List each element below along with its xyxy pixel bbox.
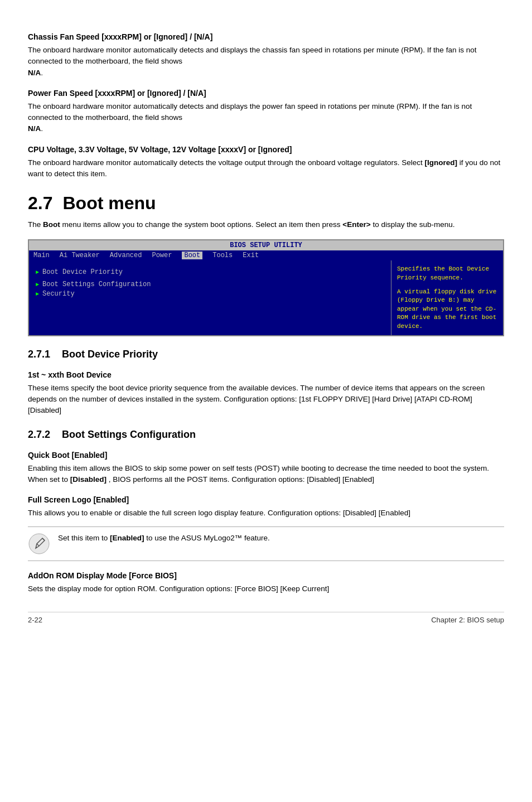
bios-menu-bar: Main Ai Tweaker Advanced Power Boot Tool…	[29, 250, 503, 260]
chassis-fan-heading: Chassis Fan Speed [xxxxRPM] or [Ignored]…	[28, 32, 504, 41]
bios-screenshot: BIOS SETUP UTILITY Main Ai Tweaker Advan…	[28, 239, 504, 336]
bios-arrow-icon: ►	[36, 269, 39, 276]
note-text: Set this item to [Enabled] to use the AS…	[58, 533, 270, 544]
bios-entry-label-2: Boot Settings Configuration	[42, 281, 151, 288]
full-screen-logo-heading: Full Screen Logo [Enabled]	[28, 495, 504, 504]
cpu-voltage-heading: CPU Voltage, 3.3V Voltage, 5V Voltage, 1…	[28, 145, 504, 154]
bios-menu-exit: Exit	[243, 252, 259, 259]
chapter-title: Boot menu	[62, 193, 156, 214]
bios-help-text-2: A virtual floppy disk drive (Floppy Driv…	[397, 288, 497, 331]
bios-entry-boot-device-priority: ► Boot Device Priority	[36, 268, 384, 276]
full-screen-logo-section: Full Screen Logo [Enabled] This allows y…	[28, 495, 504, 519]
chapter-num: 2.7	[28, 193, 52, 214]
bios-title-bar: BIOS SETUP UTILITY	[29, 240, 503, 250]
boot-device-body: These items specify the boot device prio…	[28, 383, 504, 417]
bios-entry-label: Boot Device Priority	[42, 268, 123, 276]
addon-rom-body: Sets the display mode for option ROM. Co…	[28, 583, 504, 595]
power-fan-heading: Power Fan Speed [xxxxRPM] or [Ignored] /…	[28, 89, 504, 98]
chapter-intro: The Boot menu items allow you to change …	[28, 219, 504, 230]
bios-menu-tools: Tools	[212, 252, 233, 259]
boot-device-section: 1st ~ xxth Boot Device These items speci…	[28, 370, 504, 417]
full-screen-logo-body: This allows you to enable or disable the…	[28, 508, 504, 519]
addon-rom-heading: AddOn ROM Display Mode [Force BIOS]	[28, 571, 504, 580]
addon-rom-section: AddOn ROM Display Mode [Force BIOS] Sets…	[28, 571, 504, 595]
bios-arrow-icon-2: ►	[36, 282, 39, 288]
power-fan-body: The onboard hardware monitor automatical…	[28, 101, 504, 135]
cpu-voltage-section: CPU Voltage, 3.3V Voltage, 5V Voltage, 1…	[28, 145, 504, 180]
note-pencil-icon	[28, 533, 50, 555]
sub272-heading: 2.7.2 Boot Settings Configuration	[28, 429, 504, 441]
bios-arrow-icon-3: ►	[36, 291, 39, 297]
bios-menu-main: Main	[33, 252, 50, 259]
bios-body: ► Boot Device Priority ► Boot Settings C…	[29, 260, 503, 335]
bios-entry-label-3: Security	[42, 290, 75, 298]
cpu-voltage-body: The onboard hardware monitor automatical…	[28, 157, 504, 180]
chassis-fan-body: The onboard hardware monitor automatical…	[28, 45, 504, 79]
bios-help-panel: Specifies the Boot Device Priority seque…	[391, 260, 503, 335]
quick-boot-heading: Quick Boot [Enabled]	[28, 451, 504, 460]
quick-boot-section: Quick Boot [Enabled] Enabling this item …	[28, 451, 504, 486]
chassis-fan-section: Chassis Fan Speed [xxxxRPM] or [Ignored]…	[28, 32, 504, 79]
footer-left: 2-22	[28, 616, 42, 624]
page-footer: 2-22 Chapter 2: BIOS setup	[28, 612, 504, 624]
sub272-title: Boot Settings Configuration	[62, 429, 196, 440]
boot-device-heading: 1st ~ xxth Boot Device	[28, 370, 504, 379]
bios-left-panel: ► Boot Device Priority ► Boot Settings C…	[29, 260, 391, 335]
bios-help-text-1: Specifies the Boot Device Priority seque…	[397, 265, 497, 282]
bios-menu-boot: Boot	[182, 252, 202, 259]
sub271-title: Boot Device Priority	[62, 349, 158, 360]
sub272-num: 2.7.2	[28, 429, 50, 440]
bios-entry-security: ► Security	[36, 290, 384, 298]
sub271-heading: 2.7.1 Boot Device Priority	[28, 349, 504, 360]
bios-menu-ai-tweaker: Ai Tweaker	[60, 252, 100, 259]
svg-point-0	[29, 534, 49, 554]
bios-menu-power: Power	[152, 252, 172, 259]
chapter-heading: 2.7 Boot menu	[28, 193, 504, 214]
sub271-num: 2.7.1	[28, 349, 50, 360]
bios-entry-boot-settings: ► Boot Settings Configuration	[36, 281, 384, 288]
note-box: Set this item to [Enabled] to use the AS…	[28, 526, 504, 561]
quick-boot-body: Enabling this item allows the BIOS to sk…	[28, 463, 504, 486]
bios-menu-advanced: Advanced	[110, 252, 142, 259]
power-fan-section: Power Fan Speed [xxxxRPM] or [Ignored] /…	[28, 89, 504, 135]
footer-right: Chapter 2: BIOS setup	[431, 616, 504, 624]
